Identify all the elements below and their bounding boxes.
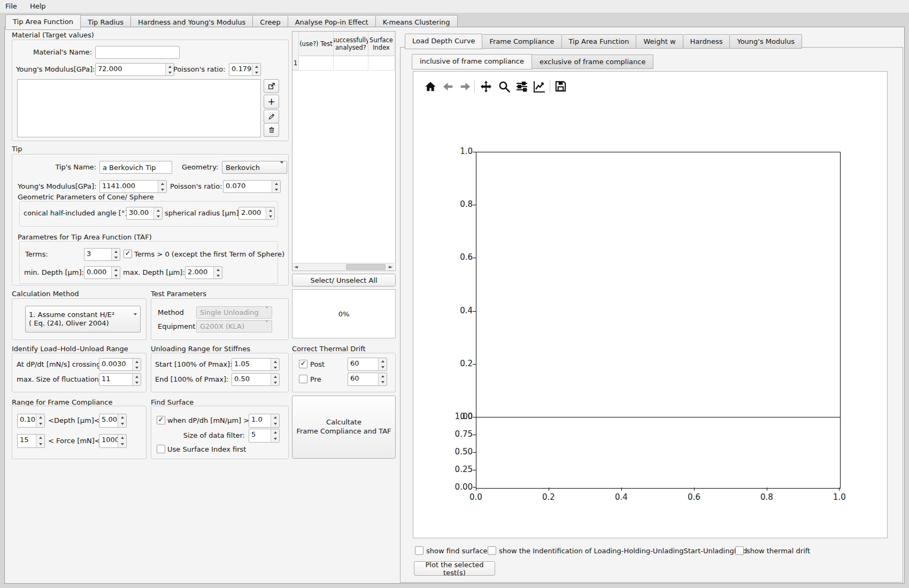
tab-hardness-plot[interactable]: Hardness xyxy=(683,34,730,49)
tick-mark xyxy=(839,488,839,491)
min-depth-spinbox[interactable]: 0.000 xyxy=(84,266,120,279)
tab-weight-w[interactable]: Weight w xyxy=(636,34,683,49)
force-max-spinbox[interactable]: 1000 xyxy=(99,434,127,448)
material-list[interactable] xyxy=(17,79,261,137)
depth-min-spinbox[interactable]: 0.10 xyxy=(17,414,45,428)
use-surface-index-checkbox[interactable] xyxy=(157,445,165,453)
subplots-button[interactable] xyxy=(515,80,528,93)
spin-arrows[interactable] xyxy=(271,429,279,442)
menu-help[interactable]: Help xyxy=(25,0,51,12)
table-header-surface-index[interactable]: Surface Index xyxy=(368,32,395,56)
tip-geometry-combo[interactable]: Berkovich xyxy=(222,161,287,174)
spin-arrows[interactable] xyxy=(252,64,260,75)
material-youngs-spinbox[interactable]: 72.000 xyxy=(95,63,174,76)
home-button[interactable] xyxy=(424,80,437,93)
data-filter-spinbox[interactable]: 5 xyxy=(249,429,280,443)
tab-tip-area-function-plot[interactable]: Tip Area Function xyxy=(562,34,637,49)
material-add-button[interactable]: + xyxy=(264,95,279,109)
table-hscrollbar[interactable]: ◄ ► xyxy=(292,263,394,270)
spin-arrows[interactable] xyxy=(378,358,387,370)
cone-angle-spinbox[interactable]: 30.00 xyxy=(126,207,163,220)
tip-name-input[interactable]: a Berkovich Tip xyxy=(99,161,172,174)
spin-arrows[interactable] xyxy=(158,181,166,192)
terms-spinbox[interactable]: 3 xyxy=(84,248,120,261)
tab-load-depth-curve[interactable]: Load Depth Curve xyxy=(405,34,482,49)
pan-button[interactable] xyxy=(479,80,492,93)
method-label: Method xyxy=(158,308,184,316)
material-export-button[interactable] xyxy=(264,79,279,93)
table-row-header-1[interactable]: 1 xyxy=(292,56,299,71)
max-depth-spinbox[interactable]: 2.000 xyxy=(185,266,222,279)
save-button[interactable] xyxy=(554,80,567,93)
material-name-input[interactable] xyxy=(95,46,180,59)
spin-arrows[interactable] xyxy=(271,374,279,385)
select-unselect-all-button[interactable]: Select/ Unselect All xyxy=(292,274,396,287)
trash-icon xyxy=(268,126,275,134)
spin-arrows[interactable] xyxy=(111,249,120,260)
show-find-surface-checkbox[interactable] xyxy=(415,546,423,555)
dpdh-checkbox[interactable]: ✓ xyxy=(157,416,165,424)
spin-arrows[interactable] xyxy=(271,359,279,370)
spin-arrows[interactable] xyxy=(272,181,280,192)
post-drift-checkbox[interactable]: ✓ xyxy=(299,360,307,368)
dpdt-crossing-spinbox[interactable]: 0.0030 xyxy=(99,358,141,371)
spin-arrows[interactable] xyxy=(213,267,222,278)
unloading-end-spinbox[interactable]: 0.50 xyxy=(232,373,280,386)
depth-max-spinbox[interactable]: 5.00 xyxy=(99,414,127,428)
table-header-successfully-analysed[interactable]: successfully analysed? xyxy=(334,32,368,56)
x-tick-label: 0.4 xyxy=(610,492,633,502)
show-thermal-drift-checkbox[interactable] xyxy=(735,546,744,555)
material-delete-button[interactable] xyxy=(264,123,279,137)
material-edit-button[interactable] xyxy=(264,110,279,123)
back-button[interactable] xyxy=(442,80,454,93)
spin-arrows[interactable] xyxy=(118,414,126,427)
unloading-start-spinbox[interactable]: 1.05 xyxy=(232,358,280,371)
scroll-right-icon[interactable]: ► xyxy=(389,264,392,270)
post-drift-label: Post xyxy=(310,360,325,368)
force-min-spinbox[interactable]: 15 xyxy=(17,434,45,448)
customize-button[interactable] xyxy=(532,80,545,93)
tab-tip-area-function[interactable]: Tip Area Function xyxy=(5,14,81,30)
spin-arrows[interactable] xyxy=(378,373,387,385)
table-cell[interactable] xyxy=(368,56,395,71)
table-cell[interactable] xyxy=(299,56,334,71)
scrollbar-thumb[interactable] xyxy=(346,264,386,270)
spin-arrows[interactable] xyxy=(266,207,274,219)
show-identification-checkbox[interactable] xyxy=(488,546,496,555)
pre-drift-spinbox[interactable]: 60 xyxy=(348,373,387,386)
dpdh-spinbox[interactable]: 1.0 xyxy=(249,414,280,428)
scroll-left-icon[interactable]: ◄ xyxy=(294,264,298,270)
spin-arrows[interactable] xyxy=(111,267,120,278)
spin-arrows[interactable] xyxy=(153,207,162,219)
material-youngs-label: Young's Modulus[GPa]: xyxy=(16,65,92,73)
spin-arrows[interactable] xyxy=(132,374,141,385)
terms-positive-checkbox[interactable]: ✓ xyxy=(124,250,132,258)
sphere-radius-spinbox[interactable]: 2.000 xyxy=(238,207,275,220)
main-plot-area[interactable] xyxy=(476,152,841,417)
spin-arrows[interactable] xyxy=(36,414,44,427)
zoom-button[interactable] xyxy=(497,80,511,93)
material-poisson-spinbox[interactable]: 0.1790 xyxy=(229,63,261,76)
lower-plot-area[interactable] xyxy=(476,417,841,489)
tip-poisson-spinbox[interactable]: 0.070 xyxy=(223,180,281,193)
menu-file[interactable]: File xyxy=(0,0,22,12)
tip-youngs-spinbox[interactable]: 1141.000 xyxy=(99,180,167,193)
table-cell[interactable] xyxy=(334,56,368,71)
subtab-inclusive-frame-compliance[interactable]: inclusive of frame compliance xyxy=(412,54,532,69)
plot-selected-tests-button[interactable]: Plot the selected test(s) xyxy=(414,561,495,576)
table-header-use-test[interactable]: (use?) Test xyxy=(299,32,334,56)
spin-arrows[interactable] xyxy=(118,435,126,447)
post-drift-spinbox[interactable]: 60 xyxy=(348,358,387,371)
spin-arrows[interactable] xyxy=(271,414,279,427)
pre-drift-checkbox[interactable] xyxy=(299,375,307,383)
tab-frame-compliance[interactable]: Frame Compliance xyxy=(482,34,561,49)
spin-arrows[interactable] xyxy=(165,64,174,75)
fluctuation-spinbox[interactable]: 11 xyxy=(99,373,141,386)
calc-method-combo[interactable]: 1. Assume constant H/E² ( Eq. (24), Oliv… xyxy=(25,306,141,332)
subtab-exclusive-frame-compliance[interactable]: exclusive of frame compliance xyxy=(532,55,653,69)
forward-button[interactable] xyxy=(459,80,472,93)
calculate-frame-compliance-button[interactable]: Calcultate Frame Compliance and TAF xyxy=(292,396,396,459)
spin-arrows[interactable] xyxy=(36,435,44,447)
tab-youngs-modulus-plot[interactable]: Young's Modulus xyxy=(730,34,802,49)
spin-arrows[interactable] xyxy=(132,359,141,370)
